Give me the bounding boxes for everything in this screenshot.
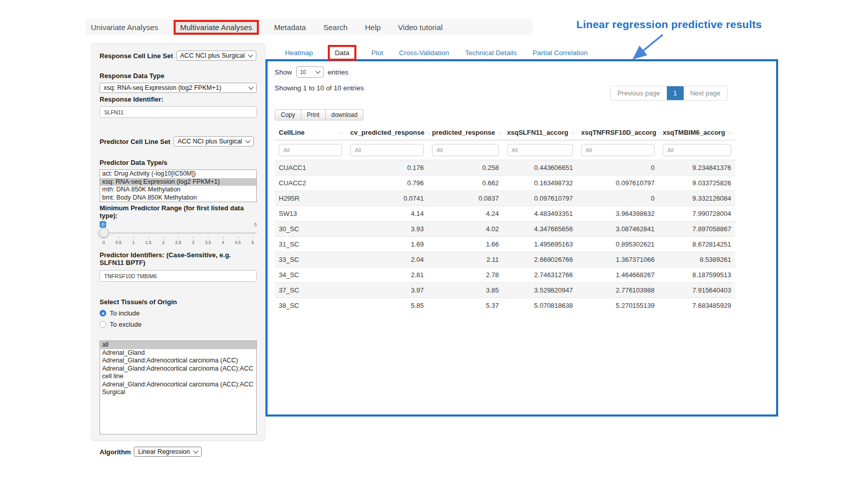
slider-tick-label: 1.5 <box>146 236 152 245</box>
column-filter-input[interactable] <box>432 144 499 156</box>
page-length-select[interactable]: 10 <box>296 66 324 78</box>
export-button[interactable]: Copy <box>275 109 301 120</box>
tissue-origin-label: Select Tissue/s of Origin <box>100 298 257 306</box>
radio-icon[interactable] <box>100 321 106 328</box>
table-row: 38_SC 5.85 5.37 5.070818638 5.270155139 … <box>275 298 735 313</box>
sort-icon[interactable]: ↑↓ <box>728 130 731 136</box>
annotation-arrow-icon <box>627 32 671 62</box>
xsqtmbim6-accorg-cell: 7.915640403 <box>659 283 735 298</box>
xsqtmbim6-accorg-cell: 9.033725826 <box>659 176 735 191</box>
xsqtnfrsf10d-accorg-cell: 3.087462841 <box>577 222 659 237</box>
nav-item[interactable]: Search <box>321 21 350 33</box>
filter-cell <box>275 140 346 160</box>
listbox-option[interactable]: Adrenal_Gland:Adrenocortical carcinoma (… <box>100 365 256 381</box>
listbox-option[interactable]: mth: DNA 850K Methylation <box>100 186 256 194</box>
next-page-button[interactable]: Next page <box>684 86 727 100</box>
predicted-response-cell: 2.78 <box>428 267 503 283</box>
tab[interactable]: Data <box>328 45 357 61</box>
sort-icon[interactable]: ↑↓ <box>497 130 501 136</box>
nav-item[interactable]: Help <box>363 21 383 33</box>
column-filter-input[interactable] <box>507 144 573 156</box>
predictor-identifiers-input[interactable] <box>100 270 257 282</box>
tab[interactable]: Partial Correlation <box>532 47 589 59</box>
sort-icon[interactable]: ↑↓ <box>570 130 574 136</box>
listbox-option[interactable]: Adrenal_Gland:Adrenocortical carcinoma (… <box>100 357 256 365</box>
xsqslfn11-accorg-cell: 1.495695163 <box>503 237 577 252</box>
slider-tick-label: 3.5 <box>205 236 211 245</box>
column-header[interactable]: xsqSLFN11_accorg ↑↓ <box>503 126 577 140</box>
tab[interactable]: Cross-Validation <box>398 47 450 59</box>
column-header-label: xsqSLFN11_accorg <box>507 129 568 136</box>
cell-line-cell: H295R <box>275 191 346 206</box>
response-cell-line-set-select[interactable]: ACC NCI plus Surgical <box>176 51 256 61</box>
predicted-response-cell: 0.258 <box>428 160 503 176</box>
slider-ticks: 00.511.522.533.544.55 <box>101 236 256 245</box>
slider-track[interactable] <box>100 232 257 234</box>
predictor-identifiers-label: Predictor Identifiers: (Case-Sensitive, … <box>100 251 253 266</box>
listbox-option[interactable]: Adrenal_Gland:Adrenocortical carcinoma (… <box>100 381 256 397</box>
response-data-type-select[interactable]: xsq: RNA-seq Expression (log2 FPKM+1) <box>100 83 257 93</box>
sort-icon[interactable]: ↑↓ <box>339 130 342 136</box>
cell-line-cell: SW13 <box>275 206 346 222</box>
table-row: 33_SC 2.04 2.11 2.669026766 1.367371066 … <box>275 252 735 267</box>
xsqslfn11-accorg-cell: 2.669026766 <box>503 252 577 267</box>
tissue-listbox: allAdrenal_GlandAdrenal_Gland:Adrenocort… <box>100 340 257 434</box>
listbox-option[interactable]: xsq: RNA-seq Expression (log2 FPKM+1) <box>100 178 256 186</box>
predicted-response-cell: 4.02 <box>428 222 503 237</box>
xsqslfn11-accorg-cell: 3.529820947 <box>503 283 577 298</box>
cell-line-cell: 33_SC <box>275 252 346 267</box>
column-header[interactable]: xsqTNFRSF10D_accorg ↑↓ <box>577 126 659 140</box>
cv-predicted-response-cell: 4.14 <box>346 206 428 222</box>
predictor-cell-line-set-select[interactable]: ACC NCI plus Surgical <box>174 136 254 147</box>
column-filter-input[interactable] <box>581 144 655 156</box>
xsqtmbim6-accorg-cell: 7.683485929 <box>659 298 735 313</box>
tab[interactable]: Technical Details <box>464 47 518 59</box>
response-cell-line-set-value: ACC NCI plus Surgical <box>180 52 245 59</box>
export-button[interactable]: Print <box>301 109 326 120</box>
radio-icon[interactable] <box>100 310 106 316</box>
listbox-option[interactable]: all <box>100 341 256 349</box>
table-row: 34_SC 2.81 2.78 2.746312766 1.464668267 … <box>275 267 735 283</box>
nav-item[interactable]: Metadata <box>272 21 308 33</box>
tab[interactable]: Plot <box>370 47 384 59</box>
previous-page-button[interactable]: Previous page <box>611 86 666 100</box>
export-button[interactable]: download <box>325 109 364 120</box>
xsqtnfrsf10d-accorg-cell: 0.895302621 <box>577 237 659 252</box>
pagination: Previous page 1 Next page <box>610 86 728 101</box>
xsqslfn11-accorg-cell: 0.163498732 <box>503 176 577 191</box>
response-identifier-input[interactable] <box>100 106 257 118</box>
slider-max-label: 5 <box>254 222 257 227</box>
min-predictor-range-slider[interactable]: 0 5 00.511.522.533.544.55 <box>100 221 257 248</box>
tissue-radio-option[interactable]: To exclude <box>100 321 257 328</box>
cv-predicted-response-cell: 0.796 <box>346 176 428 191</box>
listbox-option[interactable]: bmt: Body DNA 850K Methylation <box>100 194 256 202</box>
column-header[interactable]: cv_predicted_response ↑↓ <box>346 126 428 140</box>
predicted-response-cell: 5.37 <box>428 298 503 313</box>
listbox-option[interactable]: act: Drug Activity (-log10[IC50M]) <box>100 170 256 178</box>
column-header[interactable]: predicted_response ↑↓ <box>428 126 503 140</box>
table-row: 31_SC 1.69 1.66 1.495695163 0.895302621 … <box>275 237 735 252</box>
listbox-option[interactable]: Adrenal_Gland <box>100 349 256 357</box>
top-navigation: Univariate AnalysesMultivariate Analyses… <box>86 19 533 35</box>
nav-item[interactable]: Univariate Analyses <box>89 21 160 33</box>
sort-icon[interactable]: ↑↓ <box>426 130 430 136</box>
table-row: SW13 4.14 4.24 4.483493351 3.964398632 7… <box>275 206 735 222</box>
tissue-radio-option[interactable]: To include <box>100 309 257 317</box>
column-filter-input[interactable] <box>663 144 731 156</box>
tab[interactable]: Heatmap <box>284 47 314 59</box>
slider-tick-label: 0 <box>101 236 107 245</box>
current-page-button[interactable]: 1 <box>667 86 684 100</box>
sort-icon[interactable]: ↑↓ <box>658 130 662 136</box>
chevron-down-icon <box>249 85 254 90</box>
algorithm-label: Algorithm <box>100 448 131 456</box>
column-filter-input[interactable] <box>350 144 424 156</box>
column-filter-input[interactable] <box>279 144 342 156</box>
xsqtnfrsf10d-accorg-cell: 2.776103988 <box>577 283 659 298</box>
column-header[interactable]: CellLine ↑↓ <box>275 126 346 140</box>
nav-item[interactable]: Video tutorial <box>396 21 445 33</box>
predictor-data-types-listbox: act: Drug Activity (-log10[IC50M])xsq: R… <box>100 169 257 202</box>
algorithm-select[interactable]: Linear Regression <box>134 447 201 457</box>
nav-item[interactable]: Multivariate Analyses <box>174 20 259 35</box>
column-header[interactable]: xsqTMBIM6_accorg ↑↓ <box>659 126 735 140</box>
cv-predicted-response-cell: 1.69 <box>346 237 428 252</box>
